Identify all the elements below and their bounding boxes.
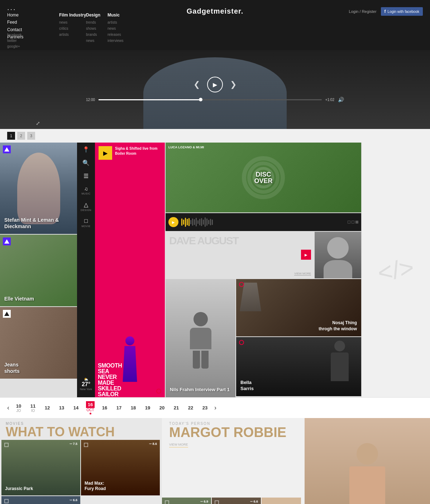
player-bar: 12:00 +1:02 🔊: [86, 97, 344, 102]
nav-twitter[interactable]: twitter: [7, 38, 22, 44]
bar-13: [203, 220, 204, 225]
movie-icon: □: [84, 218, 88, 224]
menu-button[interactable]: ☰: [83, 173, 89, 179]
dot-2: [352, 221, 354, 224]
sp-torso: [190, 328, 211, 349]
what-to-watch-title: WHAT TO WATCH: [0, 426, 161, 438]
next-button[interactable]: ❯: [230, 80, 236, 89]
icon-sidebar: 📍 🔍 ☰ ♫ MUSIC △ DESIGN □ MOVIE ⛅ 27° New…: [77, 143, 95, 397]
bar-10: [197, 220, 199, 224]
album-art: DISCOVER: [166, 143, 361, 212]
top-row: ▶ Sigha & Shifted live from Boiler Room …: [95, 143, 430, 397]
bar-8: [194, 219, 195, 225]
header-right: Login / Register f Login with facebook: [349, 7, 423, 16]
nav-feed[interactable]: Feed: [7, 19, 23, 26]
design-shows[interactable]: shows: [86, 25, 100, 32]
date-12[interactable]: 12: [42, 405, 52, 411]
date-21[interactable]: 21: [171, 405, 181, 411]
movie-nav-button[interactable]: □ MOVIE: [81, 218, 90, 227]
zz-checkbox[interactable]: [165, 500, 169, 504]
view-more-link[interactable]: VIEW MORE: [294, 272, 311, 275]
triangle-icon: [4, 147, 9, 152]
login-link[interactable]: Login / Register: [349, 9, 377, 14]
ps-body: [349, 466, 385, 504]
triangle-icon: [4, 312, 9, 316]
bar-7: [192, 219, 193, 226]
bar-17: [210, 219, 211, 225]
date-16b[interactable]: 16: [100, 405, 110, 411]
date-next-arrow[interactable]: ›: [214, 404, 216, 412]
rating-wave-icon-4: 〰: [200, 500, 203, 503]
design-nav-button[interactable]: △ DESIGN: [81, 201, 91, 211]
design-trends[interactable]: trends: [86, 19, 100, 25]
design-news[interactable]: news: [86, 38, 100, 44]
page-2-button[interactable]: 2: [17, 132, 25, 140]
stefan-mint-card: Stefan Mint & Leman & Dieckmann: [0, 143, 77, 234]
waveform-row: ▶: [166, 213, 361, 231]
location-button[interactable]: 📍: [82, 146, 90, 153]
expand-icon[interactable]: ⤢: [36, 120, 40, 126]
date-17[interactable]: 17: [114, 405, 124, 411]
prev-button[interactable]: ❮: [194, 80, 200, 89]
design-brands[interactable]: brands: [86, 32, 100, 38]
disc-over-text: DISCOVER: [254, 171, 273, 184]
mm-checkbox[interactable]: [84, 443, 88, 447]
fm-checkbox[interactable]: [215, 500, 219, 504]
bar-11: [199, 219, 200, 225]
waveform-play-button[interactable]: ▶: [168, 217, 178, 227]
waveform-dots: [348, 221, 358, 224]
sa-checkbox[interactable]: [4, 499, 9, 503]
date-18[interactable]: 18: [128, 405, 138, 411]
sa-rating: 〰 6.6: [70, 498, 77, 502]
nav-facebook[interactable]: facebook: [7, 32, 22, 38]
progress-bar[interactable]: [99, 99, 322, 100]
date-20[interactable]: 20: [157, 405, 167, 411]
left-column: Stefan Mint & Leman & Dieckmann Elle Vie…: [0, 143, 77, 397]
date-19[interactable]: 19: [143, 405, 153, 411]
music-releases[interactable]: releases: [108, 32, 123, 38]
search-button[interactable]: 🔍: [82, 159, 90, 166]
mm-rating: 〰 8.6: [149, 442, 157, 446]
person-silhouette: [17, 153, 60, 224]
dave-play-button[interactable]: ▶: [301, 250, 311, 260]
circle-3: DISCOVER: [253, 167, 274, 188]
page-1-button[interactable]: 1: [7, 132, 15, 140]
date-11[interactable]: 11IO: [28, 403, 38, 413]
film-artists[interactable]: artists: [59, 32, 86, 38]
page-3-button[interactable]: 3: [27, 132, 35, 140]
date-23[interactable]: 23: [200, 405, 210, 411]
dave-august-photo: [315, 232, 361, 278]
film-news[interactable]: news: [59, 19, 86, 25]
sp-head: [194, 312, 208, 326]
volume-icon[interactable]: 🔊: [338, 97, 344, 102]
pink-title-text: Sigha & Shifted live from Boiler Room: [115, 146, 161, 156]
nav-googleplus[interactable]: google+: [7, 44, 22, 49]
card-tag: [3, 145, 11, 153]
music-news[interactable]: news: [108, 25, 123, 32]
play-button[interactable]: ▶: [207, 77, 223, 92]
jp-checkbox[interactable]: [4, 443, 9, 447]
music-icon: ♫: [84, 186, 88, 192]
date-10[interactable]: 10JO: [14, 403, 24, 413]
music-nav-button[interactable]: ♫ MUSIC: [81, 186, 90, 195]
date-13[interactable]: 13: [57, 405, 67, 411]
bella-sarris-card: Bella Sarris: [236, 337, 361, 396]
nav-home[interactable]: Home: [7, 11, 23, 19]
film-critics[interactable]: critics: [59, 25, 86, 32]
facebook-login-button[interactable]: f Login with facebook: [381, 7, 423, 16]
bella-circle-icon: [239, 340, 244, 345]
date-16-active[interactable]: 16OCT: [85, 401, 95, 414]
music-interviews[interactable]: interviews: [108, 38, 123, 44]
focus-movie-card: 〰 6.6 Focus Movie: [212, 498, 261, 504]
date-prev-arrow[interactable]: ‹: [7, 404, 9, 412]
todays-person-section: TODAY'S PERSON MARGOT ROBBIE VIEW MORE ▶…: [162, 418, 430, 504]
date-14[interactable]: 14: [71, 405, 81, 411]
view-more-button[interactable]: VIEW MORE: [169, 443, 188, 447]
music-artists[interactable]: artists: [108, 19, 123, 25]
pink-header: ▶ Sigha & Shifted live from Boiler Room: [95, 143, 165, 163]
nosaj-circle-icon: [239, 282, 244, 287]
date-22[interactable]: 22: [186, 405, 196, 411]
play-yellow-button[interactable]: ▶: [99, 146, 112, 160]
row2: Nils Frahm Interview Part 1 Nosaj Thing …: [166, 279, 361, 397]
bar-12: [201, 218, 202, 226]
